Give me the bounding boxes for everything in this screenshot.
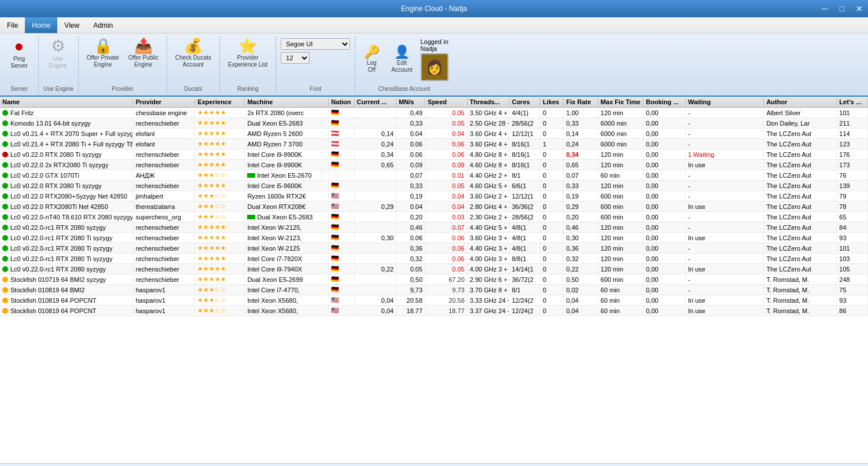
td-cores: 8/1 xyxy=(509,170,540,180)
td-machine: AMD Ryzen 7 3700 xyxy=(245,139,329,149)
td-name: Stockfish 010819 64 BMI2 xyxy=(0,285,133,295)
table-row[interactable]: Stockfish 010819 64 POPCNT hasparov1 ★★★… xyxy=(0,295,868,306)
table-row[interactable]: Komodo 13.01 64-bit syzygy rechenschiebe… xyxy=(0,118,868,129)
td-threads: 2.80 GHz 4 + 409€ xyxy=(468,201,510,211)
td-maxfixtime: 6000 min xyxy=(598,118,643,128)
th-maxfixtime[interactable]: Max Fix Time xyxy=(598,98,643,106)
th-speed[interactable]: Speed xyxy=(425,98,468,106)
td-machine: Intel Core i7-4770, xyxy=(245,285,329,295)
th-author[interactable]: Author xyxy=(764,98,837,106)
th-machine[interactable]: Machine xyxy=(245,98,329,106)
th-name[interactable]: Name xyxy=(0,98,133,106)
td-mnps: 20.58 xyxy=(396,295,425,305)
table-row[interactable]: Fat Fritz chessbase engine ★★★★★ 2x RTX … xyxy=(0,108,868,118)
table-row[interactable]: Lc0 v0.22.0 2x RTX2080 Ti syzygy rechens… xyxy=(0,160,868,170)
td-mnps: 9,73 xyxy=(396,285,425,295)
check-ducats-btn[interactable]: 💰 Check DucatsAccount xyxy=(172,36,215,71)
th-nation[interactable]: Nation xyxy=(329,98,354,106)
td-nation: 🇦🇹 xyxy=(329,129,354,138)
td-name: Lc0 v0.22.0-rc1 RTX 2080 Ti syzygy xyxy=(0,254,133,263)
table-row[interactable]: Lc0 v0.22.0-rc1 RTX 2080 Ti syzygy reche… xyxy=(0,233,868,243)
td-likes: 0 xyxy=(540,295,564,305)
table-row[interactable]: Lc0 v0.22.0-rc1 RTX 2080 syzygy rechensc… xyxy=(0,222,868,233)
ping-server-btn[interactable]: ● PingServer xyxy=(5,36,34,72)
menu-view[interactable]: View xyxy=(57,17,86,33)
table-row[interactable]: Stockfish 010819 64 POPCNT hasparov1 ★★★… xyxy=(0,306,868,316)
offer-private-btn[interactable]: 🔒 Offer PrivateEngine xyxy=(83,36,123,71)
td-author: The LCZero Aut xyxy=(764,243,837,253)
td-fixrate: 0,36 xyxy=(564,243,598,253)
log-off-btn[interactable]: 🔑 LogOff xyxy=(360,43,383,76)
table-row[interactable]: Lc0 v0.22.0-nT40.T8.610 RTX 2080 syzygy … xyxy=(0,212,868,222)
td-letsc: 78 xyxy=(837,201,868,211)
table-row[interactable]: Stockfish 010819 64 BMI2 hasparov1 ★★★☆☆… xyxy=(0,285,868,295)
table-row[interactable]: Stockfish 010719 64 BMI2 syzygy rechensc… xyxy=(0,274,868,285)
td-current xyxy=(355,108,397,118)
td-fixrate: 0,04 xyxy=(564,295,598,305)
th-letsc[interactable]: Let's C... xyxy=(837,98,868,106)
table-row[interactable]: Lc0 v0.22.0 RTX 2080 Ti syzygy rechensch… xyxy=(0,149,868,160)
table-row[interactable]: Lc0 v0.22.0 RTX2080Ti Net 42850 therealz… xyxy=(0,201,868,212)
td-threads: 2.30 GHz 2 + 204€ xyxy=(468,212,510,222)
td-author: The LCZero Aut xyxy=(764,212,837,222)
th-fixrate[interactable]: Fix Rate xyxy=(564,98,598,106)
table-row[interactable]: Lc0 v0.21.4 + RTX 2080 Ti + Full syzygy … xyxy=(0,139,868,149)
td-name: Lc0 v0.22.0-nT40.T8.610 RTX 2080 syzygy xyxy=(0,212,133,222)
menu-bar: File Home View Admin xyxy=(0,17,868,34)
close-btn[interactable]: ✕ xyxy=(851,0,868,17)
td-current xyxy=(355,191,397,201)
maximize-btn[interactable]: □ xyxy=(833,0,851,17)
th-mnps[interactable]: MN/s xyxy=(396,98,425,106)
td-name: Lc0 v0.21.4 + RTX 2080 Ti + Full syzygy … xyxy=(0,139,133,149)
provider-exp-label: ProviderExperience List xyxy=(228,54,267,68)
menu-admin[interactable]: Admin xyxy=(86,17,120,33)
th-threads[interactable]: Threads... xyxy=(468,98,510,106)
td-nation: 🇺🇸 xyxy=(329,306,354,315)
table-row[interactable]: Lc0 v0.22.0 RTX2080+Syzygy Net 42850 jim… xyxy=(0,191,868,201)
font-size-select[interactable]: 12 10 14 xyxy=(281,52,310,64)
td-booking: 0,00 xyxy=(643,181,686,190)
menu-home[interactable]: Home xyxy=(25,17,57,33)
th-likes[interactable]: Likes xyxy=(540,98,564,106)
td-waiting: - xyxy=(686,243,764,253)
td-maxfixtime: 60 min xyxy=(598,295,643,305)
offer-public-btn[interactable]: 📤 Offer PublicEngine xyxy=(125,36,162,71)
td-machine: Intel Xeon X5680, xyxy=(245,306,329,315)
td-experience: ★★★☆☆ xyxy=(195,295,245,305)
font-family-select[interactable]: Segoe UI Arial Times New Roman xyxy=(281,38,350,50)
table-row[interactable]: Lc0 v0.21.4 + RTX 2070 Super + Full syzy… xyxy=(0,129,868,139)
td-provider: rechenschieber xyxy=(133,243,195,253)
td-nation: 🇩🇪 xyxy=(329,233,354,243)
th-provider[interactable]: Provider xyxy=(133,98,195,106)
th-booking[interactable]: Booking ... xyxy=(643,98,686,106)
td-provider: rechenschieber xyxy=(133,181,195,190)
td-waiting: In use xyxy=(686,201,764,211)
td-current: 0,14 xyxy=(355,129,397,138)
td-booking: 0,00 xyxy=(643,254,686,263)
td-name: Lc0 v0.22.0-rc1 RTX 2080 syzygy xyxy=(0,264,133,274)
td-maxfixtime: 120 min xyxy=(598,108,643,118)
th-cores[interactable]: Cores xyxy=(509,98,540,106)
th-current[interactable]: Current ... xyxy=(355,98,397,106)
td-likes: 0 xyxy=(540,233,564,243)
td-nation xyxy=(329,170,354,180)
table-row[interactable]: Lc0 v0.22.0-rc1 RTX 2080 syzygy rechensc… xyxy=(0,264,868,274)
td-nation: 🇩🇪 xyxy=(329,118,354,128)
use-engine-btn[interactable]: ⚙ UseEngine xyxy=(43,36,72,72)
td-mnps: 0,49 xyxy=(396,108,425,118)
menu-file[interactable]: File xyxy=(0,17,25,33)
minimize-btn[interactable]: ─ xyxy=(816,0,833,17)
table-row[interactable]: Lc0 v0.22.0-rc1 RTX 2080 Ti syzygy reche… xyxy=(0,243,868,254)
td-cores: 8/16(1 xyxy=(509,160,540,170)
edit-account-btn[interactable]: 👤 EditAccount xyxy=(388,43,415,76)
td-likes: 0 xyxy=(540,274,564,284)
td-cores: 12/24(2 xyxy=(509,306,540,315)
th-waiting[interactable]: Waiting xyxy=(686,98,764,106)
table-row[interactable]: Lc0 v0.22.0 RTX 2080 Ti syzygy rechensch… xyxy=(0,181,868,191)
td-letsc: 173 xyxy=(837,160,868,170)
th-experience[interactable]: Experience xyxy=(195,98,245,106)
table-row[interactable]: Lc0 v0.22.0 GTX 1070Ti АНДЖ ★★★☆☆ Intel … xyxy=(0,170,868,181)
provider-exp-btn[interactable]: ⭐ ProviderExperience List xyxy=(225,36,271,71)
td-cores: 4/4(1) xyxy=(509,108,540,118)
table-row[interactable]: Lc0 v0.22.0-rc1 RTX 2080 Ti syzygy reche… xyxy=(0,254,868,264)
